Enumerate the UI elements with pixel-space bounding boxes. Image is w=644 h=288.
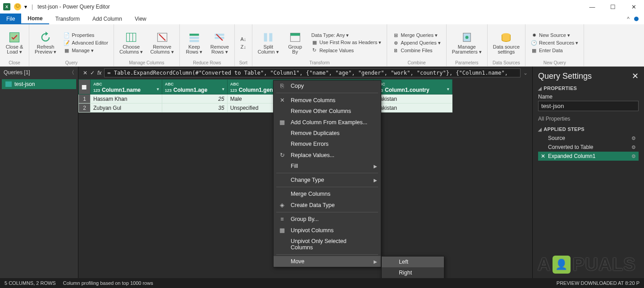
enter-data-button[interactable]: ▦Enter Data — [529, 47, 580, 54]
formula-expand-icon[interactable]: ⌄ — [523, 70, 528, 76]
data-source-settings-button[interactable]: Data sourcesettings — [491, 26, 521, 59]
menu-item[interactable]: Remove Other Columns — [274, 106, 381, 117]
menu-item[interactable]: ≡Group By... — [274, 214, 381, 225]
fx-icon[interactable]: fx — [97, 70, 101, 76]
recent-sources-button[interactable]: 🕑Recent Sources ▾ — [529, 39, 580, 46]
query-settings-pane: Query Settings✕ ◢PROPERTIES Name All Pro… — [532, 67, 644, 278]
manage-button[interactable]: ▦Manage ▾ — [62, 47, 110, 54]
combine-files-button[interactable]: 🗎Combine Files — [391, 47, 443, 54]
remove-rows-button[interactable]: RemoveRows ▾ — [209, 26, 231, 59]
menu-item[interactable]: Fill▶ — [274, 161, 381, 171]
tab-add-column[interactable]: Add Column — [86, 14, 128, 24]
data-type-button[interactable]: Data Type: Any ▾ — [310, 32, 383, 39]
svg-rect-8 — [189, 40, 199, 42]
ribbon-tabs: File Home Transform Add Column View ^ — [0, 14, 644, 24]
svg-rect-7 — [189, 37, 199, 39]
formula-input[interactable] — [104, 68, 521, 77]
name-label: Name — [538, 94, 639, 100]
choose-columns-button[interactable]: ChooseColumns ▾ — [118, 26, 145, 59]
menu-item[interactable]: ▦Unpivot Columns — [274, 225, 381, 236]
menu-item[interactable]: Move▶ — [274, 256, 381, 267]
svg-rect-12 — [264, 33, 267, 42]
status-preview-time: PREVIEW DOWNLOADED AT 8:20 P — [557, 280, 639, 286]
advanced-editor-button[interactable]: 📝Advanced Editor — [62, 39, 110, 46]
table-icon — [5, 81, 12, 87]
table-row[interactable]: 2 Zubyan Gul 35 Unspecified Pakistan — [79, 104, 452, 112]
new-source-button[interactable]: ✸New Source ▾ — [529, 32, 580, 39]
excel-icon: X — [3, 3, 11, 11]
first-row-headers-button[interactable]: ▦Use First Row as Headers ▾ — [310, 39, 383, 46]
tab-file[interactable]: File — [0, 14, 21, 24]
formula-bar: ✕ ✓ fx ⌄ — [78, 67, 532, 79]
menu-item[interactable]: Left — [382, 256, 444, 267]
menu-item[interactable]: Merge Columns — [274, 189, 381, 199]
menu-item[interactable]: ⎘Copy — [274, 81, 381, 91]
menu-item[interactable]: Remove Errors — [274, 139, 381, 149]
manage-parameters-button[interactable]: ManageParameters ▾ — [450, 26, 484, 59]
menu-item[interactable]: ◈Create Data Type — [274, 199, 381, 211]
ribbon-collapse-icon[interactable]: ^ — [627, 16, 630, 22]
remove-columns-button[interactable]: RemoveColumns ▾ — [148, 26, 175, 59]
group-by-button[interactable]: GroupBy — [284, 26, 306, 59]
column-context-menu[interactable]: ⎘Copy✕Remove ColumnsRemove Other Columns… — [273, 80, 381, 267]
tab-home[interactable]: Home — [21, 14, 49, 24]
svg-rect-1 — [127, 33, 136, 42]
all-properties-link[interactable]: All Properties — [538, 116, 639, 122]
window-title: test-json - Power Query Editor — [37, 4, 110, 10]
close-window-button[interactable]: ✕ — [623, 0, 644, 14]
applied-step[interactable]: ✕Converted to Table⚙ — [538, 143, 639, 152]
close-and-load-button[interactable]: Close &Load ▾ — [4, 26, 25, 59]
maximize-button[interactable]: ☐ — [603, 0, 623, 14]
data-grid[interactable]: ▦ ABC123Column1.name▾ ABC123Column1.age▾… — [78, 79, 452, 112]
collapse-queries-icon[interactable]: 〈 — [69, 69, 74, 76]
gear-icon[interactable]: ⚙ — [631, 135, 636, 141]
queries-pane: Queries [1] 〈 test-json — [0, 67, 78, 278]
svg-line-5 — [159, 34, 165, 40]
sort-desc-button[interactable]: Z↓ — [238, 43, 248, 50]
col-header-name[interactable]: ABC123Column1.name▾ — [91, 80, 162, 94]
select-all-corner[interactable]: ▦ — [79, 80, 91, 94]
sort-asc-button[interactable]: A↓ — [238, 36, 248, 43]
smiley-icon — [14, 3, 22, 11]
tab-view[interactable]: View — [128, 14, 153, 24]
refresh-preview-button[interactable]: RefreshPreview ▾ — [33, 26, 58, 59]
applied-step[interactable]: ✕Source⚙ — [538, 134, 639, 143]
queries-header: Queries [1] — [4, 69, 30, 76]
minimize-button[interactable]: — — [582, 0, 603, 14]
svg-rect-13 — [269, 33, 273, 42]
gear-icon[interactable]: ⚙ — [631, 144, 636, 150]
help-icon[interactable] — [634, 17, 639, 21]
qat-dropdown-icon[interactable]: ▾ — [24, 4, 27, 10]
menu-item[interactable]: Change Type▶ — [274, 175, 381, 185]
append-queries-button[interactable]: ⊕Append Queries ▾ — [391, 39, 443, 46]
avatar-icon: 👤 — [553, 256, 571, 274]
formula-confirm-icon[interactable]: ✓ — [90, 70, 95, 76]
query-name-input[interactable] — [538, 101, 639, 111]
menu-item[interactable]: ▦Add Column From Examples... — [274, 117, 381, 128]
menu-item[interactable]: Remove Duplicates — [274, 128, 381, 139]
menu-item[interactable]: Right — [382, 267, 444, 278]
split-column-button[interactable]: SplitColumn ▾ — [256, 26, 281, 59]
col-header-age[interactable]: ABC123Column1.age▾ — [162, 80, 227, 94]
titlebar-separator: | — [30, 4, 35, 10]
tab-transform[interactable]: Transform — [49, 14, 86, 24]
gear-icon[interactable]: ⚙ — [631, 153, 636, 159]
status-bar: 5 COLUMNS, 2 ROWS Column profiling based… — [0, 278, 644, 288]
col-header-country[interactable]: ABC123Column1.country▾ — [373, 80, 452, 94]
applied-step[interactable]: ✕Expanded Column1⚙ — [538, 152, 639, 161]
query-item-test-json[interactable]: test-json — [2, 79, 76, 89]
menu-item[interactable]: ↻Replace Values... — [274, 149, 381, 161]
close-settings-icon[interactable]: ✕ — [632, 71, 639, 81]
formula-cancel-icon[interactable]: ✕ — [83, 70, 87, 76]
table-row[interactable]: 1 Hassam Khan 25 Male Pakistan — [79, 94, 452, 104]
keep-rows-button[interactable]: KeepRows ▾ — [183, 26, 205, 59]
svg-rect-6 — [189, 34, 199, 36]
move-submenu[interactable]: LeftRightTo BeginningTo End — [381, 256, 444, 278]
menu-item[interactable]: Unpivot Only Selected Columns — [274, 236, 381, 253]
properties-button[interactable]: 📄Properties — [62, 32, 110, 39]
menu-item[interactable]: ✕Remove Columns — [274, 94, 381, 106]
replace-values-button[interactable]: ↻Replace Values — [310, 47, 383, 54]
svg-rect-15 — [290, 33, 300, 36]
svg-point-17 — [465, 36, 468, 39]
merge-queries-button[interactable]: ⊞Merge Queries ▾ — [391, 32, 443, 39]
